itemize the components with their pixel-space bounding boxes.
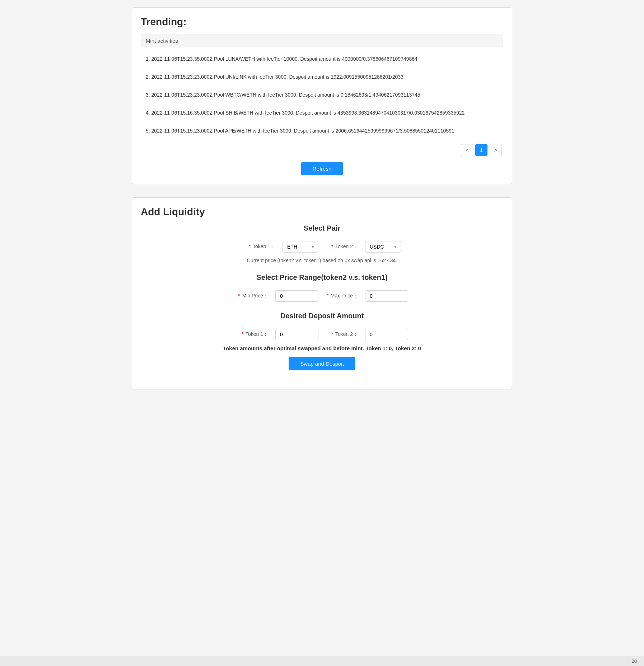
mint-activities-header: Mint activities (141, 34, 503, 47)
deposit-token2-required-star: * (331, 331, 333, 337)
deposit-token1-input[interactable] (275, 329, 318, 340)
after-swap-text: Token amounts after optimal swapped and … (141, 345, 503, 351)
token-pair-row: * Token 1： ETH USDC WBTC LINK UNI WETH ▼… (141, 241, 503, 253)
deposit-title: Desired Deposit Amount (141, 312, 503, 320)
select-pair-title: Select Pair (141, 224, 503, 232)
deposit-token2-input[interactable] (365, 329, 408, 340)
token2-required-star: * (331, 244, 333, 249)
next-page-button[interactable]: > (490, 144, 502, 156)
list-item: 3. 2022-11-06T15:23:23.000Z Pool WBTC/WE… (141, 86, 503, 104)
pagination: < 1 > (141, 144, 503, 156)
min-price-label: * Min Price： (236, 293, 268, 299)
max-price-required-star: * (326, 293, 328, 299)
current-page-button[interactable]: 1 (475, 144, 487, 156)
price-info: Current price (token2 v.s. token1) based… (141, 258, 503, 263)
add-liquidity-title: Add Liquidity (141, 206, 503, 218)
deposit-section: Desired Deposit Amount * Token 1： * Toke… (141, 312, 503, 370)
token1-select[interactable]: ETH USDC WBTC LINK UNI WETH (283, 241, 318, 253)
list-item: 5. 2022-11-06T15:15:23.000Z Pool APE/WET… (141, 122, 503, 140)
select-pair-section: Select Pair * Token 1： ETH USDC WBTC LIN… (141, 224, 503, 263)
deposit-row: * Token 1： * Token 2： (141, 329, 503, 340)
price-range-section: Select Price Range(token2 v.s. token1) *… (141, 273, 503, 302)
min-price-input[interactable] (275, 290, 318, 302)
price-range-title: Select Price Range(token2 v.s. token1) (141, 273, 503, 282)
token2-select-wrapper: USDC ETH WBTC LINK UNI WETH ▼ (365, 241, 401, 253)
max-price-label: * Max Price： (326, 293, 358, 299)
list-item: 2. 2022-11-06T15:23:23.000Z Pool UNI/LIN… (141, 68, 503, 86)
deposit-token2-label: * Token 2： (326, 331, 358, 338)
trending-title: Trending: (141, 16, 503, 28)
token1-required-star: * (249, 244, 251, 249)
trending-card: Trending: Mint activities 1. 2022-11-06T… (132, 7, 512, 184)
swap-button-container: Swap and Despoit (141, 357, 503, 370)
activity-list: 1. 2022-11-06T15:23:35.000Z Pool LUNA/WE… (141, 50, 503, 140)
deposit-token1-required-star: * (242, 331, 243, 337)
token2-label: * Token 2： (326, 244, 358, 250)
list-item: 4. 2022-11-06T15:16:35.000Z Pool SHIB/WE… (141, 104, 503, 122)
max-price-input[interactable] (365, 290, 408, 302)
refresh-button[interactable]: Refresh (301, 162, 343, 175)
token1-select-wrapper: ETH USDC WBTC LINK UNI WETH ▼ (283, 241, 318, 253)
deposit-token1-label: * Token 1： (236, 331, 268, 338)
add-liquidity-card: Add Liquidity Select Pair * Token 1： ETH… (132, 197, 512, 389)
prev-page-button[interactable]: < (461, 144, 473, 156)
token2-select[interactable]: USDC ETH WBTC LINK UNI WETH (365, 241, 401, 253)
list-item: 1. 2022-11-06T15:23:35.000Z Pool LUNA/WE… (141, 50, 503, 68)
price-range-row: * Min Price： * Max Price： (141, 290, 503, 302)
token1-label: * Token 1： (243, 244, 275, 250)
min-price-required-star: * (238, 293, 240, 299)
refresh-container: Refresh (141, 162, 503, 175)
swap-despoit-button[interactable]: Swap and Despoit (289, 357, 355, 370)
